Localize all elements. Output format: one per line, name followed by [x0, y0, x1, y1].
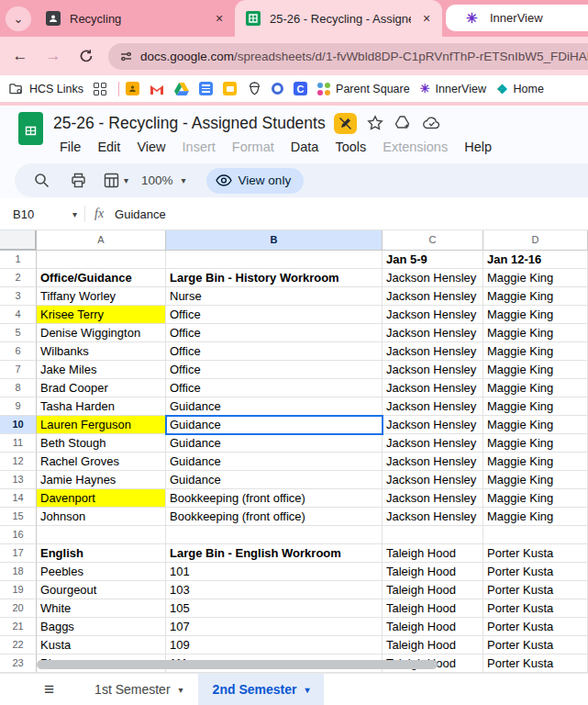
reload-icon[interactable] — [75, 45, 97, 67]
cell-B17[interactable]: Large Bin - English Workroom — [166, 544, 383, 563]
cell-A22[interactable]: Kusta — [37, 636, 166, 655]
cell-D14[interactable]: Maggie King — [483, 489, 588, 508]
cell-C8[interactable]: Jackson Hensley — [383, 379, 483, 397]
cell-C12[interactable]: Jackson Hensley — [383, 453, 483, 471]
cell-C2[interactable]: Jackson Hensley — [383, 269, 483, 287]
cell-B22[interactable]: 109 — [166, 636, 383, 655]
cell-D16[interactable] — [483, 526, 588, 544]
horizontal-scrollbar[interactable] — [37, 660, 438, 669]
row-header-2[interactable]: 2 — [0, 269, 37, 287]
cell-A16[interactable] — [37, 526, 166, 544]
cell-D9[interactable]: Maggie King — [483, 397, 588, 416]
cell-A4[interactable]: Krisee Terry — [37, 306, 166, 324]
cell-D11[interactable]: Maggie King — [483, 434, 588, 453]
cell-A20[interactable]: White — [37, 599, 166, 618]
cell-B16[interactable] — [166, 526, 383, 544]
tab-search-button[interactable]: ⌄ — [6, 6, 31, 31]
bookmark-hcs-links[interactable]: HCS Links — [9, 82, 83, 96]
cell-A15[interactable]: Johnson — [37, 508, 166, 526]
cell-D4[interactable]: Maggie King — [483, 306, 588, 324]
cell-B13[interactable]: Guidance — [166, 471, 383, 489]
cell-A14[interactable]: Davenport — [37, 489, 166, 508]
column-header-A[interactable]: A — [37, 230, 166, 251]
menu-file[interactable]: File — [51, 140, 89, 154]
row-header-16[interactable]: 16 — [0, 526, 37, 544]
cell-C15[interactable]: Jackson Hensley — [383, 508, 483, 526]
cell-A17[interactable]: English — [37, 544, 166, 563]
row-header-8[interactable]: 8 — [0, 379, 37, 397]
row-header-20[interactable]: 20 — [0, 599, 37, 618]
cell-D2[interactable]: Maggie King — [483, 269, 588, 287]
tab-spreadsheet-active[interactable]: 25-26 - Recycling - Assigned St × — [235, 0, 442, 37]
cell-A2[interactable]: Office/Guidance — [37, 269, 166, 287]
cell-C5[interactable]: Jackson Hensley — [383, 324, 483, 342]
row-header-12[interactable]: 12 — [0, 453, 37, 471]
column-header-D[interactable]: D — [483, 230, 588, 251]
search-icon[interactable] — [29, 169, 53, 193]
view-only-button[interactable]: View only — [206, 168, 305, 194]
cell-A1[interactable] — [37, 251, 166, 269]
cell-B9[interactable]: Guidance — [166, 397, 383, 416]
bookmark-docs[interactable] — [199, 82, 213, 95]
bookmark-gmail[interactable] — [150, 82, 164, 96]
cell-D19[interactable]: Porter Kusta — [483, 581, 588, 599]
bookmark-classroom[interactable] — [126, 82, 139, 95]
cell-D8[interactable]: Maggie King — [483, 379, 588, 397]
cell-B7[interactable]: Office — [166, 361, 383, 379]
cell-B8[interactable]: Office — [166, 379, 383, 397]
cell-C11[interactable]: Jackson Hensley — [383, 434, 483, 453]
cell-C21[interactable]: Taleigh Hood — [383, 618, 483, 636]
cell-C14[interactable]: Jackson Hensley — [383, 489, 483, 508]
menu-edit[interactable]: Edit — [89, 140, 128, 154]
cell-A10[interactable]: Lauren Ferguson — [37, 416, 166, 434]
cell-A3[interactable]: Tiffany Worley — [37, 287, 166, 306]
cell-B11[interactable]: Guidance — [166, 434, 383, 453]
cell-A11[interactable]: Beth Stough — [37, 434, 166, 453]
dropdown-icon[interactable]: ▾ — [124, 175, 128, 185]
row-header-19[interactable]: 19 — [0, 581, 37, 599]
bookmark-parent-square[interactable]: Parent Square — [317, 83, 410, 95]
back-icon[interactable]: ← — [9, 45, 31, 67]
sheet-tab-2nd-semester[interactable]: 2nd Semester ▾ — [198, 674, 325, 705]
cell-B6[interactable]: Office — [166, 342, 383, 361]
row-header-22[interactable]: 22 — [0, 636, 37, 655]
bookmark-circle-o[interactable] — [272, 83, 283, 95]
cell-D7[interactable]: Maggie King — [483, 361, 588, 379]
cell-B20[interactable]: 105 — [166, 599, 383, 618]
sheet-tab-1st-semester[interactable]: 1st Semester ▾ — [80, 674, 198, 705]
cell-C22[interactable]: Taleigh Hood — [383, 636, 483, 655]
cell-A7[interactable]: Jake Miles — [37, 361, 166, 379]
column-header-C[interactable]: C — [383, 230, 483, 251]
cell-B14[interactable]: Bookkeeping (front office) — [166, 489, 383, 508]
format-table-icon[interactable] — [99, 169, 123, 193]
cell-D21[interactable]: Porter Kusta — [483, 618, 588, 636]
row-header-11[interactable]: 11 — [0, 434, 37, 453]
cell-D17[interactable]: Porter Kusta — [483, 544, 588, 563]
cell-B3[interactable]: Nurse — [166, 287, 383, 306]
row-header-21[interactable]: 21 — [0, 618, 37, 636]
url-field[interactable]: docs.google.com/spreadsheets/d/1-fvWbld8… — [108, 43, 588, 70]
row-header-10[interactable]: 10 — [0, 416, 37, 434]
cell-C19[interactable]: Taleigh Hood — [383, 581, 483, 599]
cell-B2[interactable]: Large Bin - History Workroom — [166, 269, 383, 287]
cell-A13[interactable]: Jamie Haynes — [37, 471, 166, 489]
cell-C10[interactable]: Jackson Hensley — [383, 416, 483, 434]
cell-D10[interactable]: Maggie King — [483, 416, 588, 434]
cell-D15[interactable]: Maggie King — [483, 508, 588, 526]
close-icon[interactable]: × — [211, 10, 227, 27]
menu-tools[interactable]: Tools — [327, 140, 374, 154]
cell-C6[interactable]: Jackson Hensley — [383, 342, 483, 361]
menu-help[interactable]: Help — [456, 140, 500, 154]
bookmark-acorn[interactable] — [247, 82, 261, 96]
cell-B5[interactable]: Office — [166, 324, 383, 342]
row-header-6[interactable]: 6 — [0, 342, 37, 361]
cell-A6[interactable]: Wilbanks — [37, 342, 166, 361]
row-header-9[interactable]: 9 — [0, 397, 37, 416]
bookmark-drive[interactable] — [174, 82, 189, 96]
dropdown-icon[interactable]: ▾ — [182, 175, 186, 185]
cell-B15[interactable]: Bookkeeping (front office) — [166, 508, 383, 526]
cell-A12[interactable]: Rachel Groves — [37, 453, 166, 471]
cell-C16[interactable] — [383, 526, 483, 544]
cell-B4[interactable]: Office — [166, 306, 383, 324]
cell-D6[interactable]: Maggie King — [483, 342, 588, 361]
